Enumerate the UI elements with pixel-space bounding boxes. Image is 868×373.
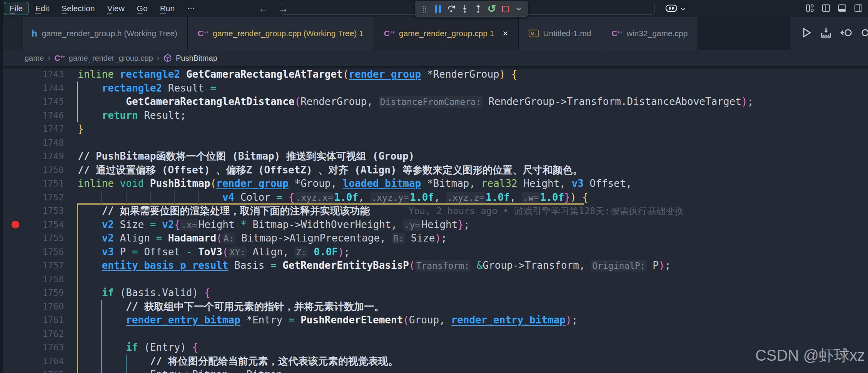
indent-guide: [150, 191, 151, 204]
toggle-panel-button[interactable]: [837, 3, 847, 13]
pause-icon: [435, 5, 441, 13]
more-actions-button[interactable]: [861, 27, 868, 40]
debug-toolbar: ⣿ ↺: [415, 1, 528, 17]
line-number[interactable]: 1749: [0, 150, 78, 163]
customize-layout-button[interactable]: [805, 3, 815, 13]
line-number[interactable]: 1752: [0, 191, 78, 205]
menu-more[interactable]: ⋯: [182, 2, 200, 15]
code-line-content[interactable]: v2 Size = v2{.x=Height * Bitmap->WidthOv…: [78, 218, 470, 232]
cpp-file-icon: C++: [611, 29, 622, 38]
line-number[interactable]: 1762: [0, 327, 78, 341]
line-number[interactable]: 1760: [0, 300, 78, 314]
tab-game-render-group-cpp-working-tree-1[interactable]: C++game_render_group.cpp (Working Tree) …: [188, 17, 374, 50]
code-line-content[interactable]: // 通过设置偏移 (Offset) 、偏移Z (OffsetZ) 、对齐 (A…: [78, 163, 583, 177]
breakpoint-dot[interactable]: [12, 221, 19, 228]
debug-drag-grip[interactable]: ⣿: [419, 3, 430, 15]
code-line-content[interactable]: if (Entry) {: [78, 341, 198, 355]
line-number[interactable]: 1748: [0, 136, 78, 150]
navigate-back-icon[interactable]: ←: [258, 3, 268, 15]
code-lines: 1743inline rectangle2 GetCameraRectangle…: [0, 68, 868, 373]
window-edge: [0, 0, 3, 373]
debug-step-out-button[interactable]: [473, 3, 484, 15]
menu-run[interactable]: Run: [155, 2, 180, 15]
menu-file[interactable]: File: [4, 2, 28, 15]
open-changes-button[interactable]: [840, 27, 853, 40]
copilot-icon: [665, 2, 678, 14]
menu-go[interactable]: Go: [132, 2, 153, 15]
line-number[interactable]: 1761: [0, 313, 78, 327]
code-editor[interactable]: 1743inline rectangle2 GetCameraRectangle…: [0, 66, 868, 373]
line-number[interactable]: 1750: [0, 163, 78, 177]
code-line-content[interactable]: // PushBitmap函数将一个位图 (Bitmap) 推送到实体可视组 (…: [78, 150, 414, 163]
code-line-content[interactable]: v3 P = Offset - ToV3(XY: Align, Z: 0.0F)…: [78, 245, 350, 259]
symbol-cube-icon: [164, 54, 172, 62]
line-number[interactable]: 1765: [0, 368, 78, 373]
chevron-down-icon: [516, 6, 522, 12]
code-line: 1744 rectangle2 Result =: [0, 82, 868, 95]
line-number[interactable]: 1763: [0, 341, 78, 355]
code-line: 1753 // 如果需要位图的渲染处理，取消下面的注释并实现该功能You, 2 …: [0, 204, 868, 218]
code-line: 1750// 通过设置偏移 (Offset) 、偏移Z (OffsetZ) 、对…: [0, 163, 868, 177]
code-line-content[interactable]: v4 Color = {.xyz.x=1.0f, .xyz.y=1.0f, .x…: [78, 191, 588, 205]
code-line-content[interactable]: entity_basis_p_result Basis = GetRenderE…: [78, 259, 671, 273]
line-number[interactable]: 1756: [0, 245, 78, 259]
open-changes-icon: [840, 27, 853, 38]
line-number[interactable]: 1758: [0, 273, 78, 286]
line-number[interactable]: 1746: [0, 109, 78, 123]
debug-pause-button[interactable]: [432, 3, 443, 15]
menu-view[interactable]: View: [102, 2, 130, 15]
debug-stop-button[interactable]: [500, 3, 511, 15]
run-button[interactable]: [801, 27, 812, 40]
code-line-content[interactable]: return Result;: [78, 109, 186, 123]
tab-game-render-group-cpp-1[interactable]: C++game_render_group.cpp 1×: [374, 17, 519, 50]
toggle-secondary-sidebar-button[interactable]: [853, 3, 863, 13]
line-number[interactable]: 1764: [0, 355, 78, 368]
code-line: 1752 v4 Color = {.xyz.x=1.0f, .xyz.y=1.0…: [0, 191, 868, 205]
line-number[interactable]: 1747: [0, 122, 78, 136]
copilot-button[interactable]: [665, 2, 678, 15]
line-number[interactable]: 1757: [0, 259, 78, 273]
code-line-content[interactable]: // 获取组中下一个可用元素的指针，并将元素计数加一。: [78, 300, 384, 314]
debug-step-into-button[interactable]: [459, 3, 470, 15]
menu-selection[interactable]: Selection: [56, 2, 100, 15]
navigate-forward-icon[interactable]: →: [278, 3, 288, 15]
code-line: 1754 v2 Size = v2{.x=Height * Bitmap->Wi…: [0, 218, 868, 232]
line-number[interactable]: 1751: [0, 177, 78, 191]
tab-game-render-group-h-working-tree-[interactable]: hgame_render_group.h (Working Tree): [22, 17, 188, 50]
debug-restart-button[interactable]: ↺: [486, 3, 497, 15]
code-line-content[interactable]: if (Basis.Valid) {: [78, 286, 210, 300]
code-line-content[interactable]: Entry->Bitmap = Bitmap;: [78, 368, 289, 373]
code-line-content[interactable]: render_entry_bitmap *Entry = PushRenderE…: [78, 313, 578, 327]
breadcrumb-folder[interactable]: game: [25, 54, 44, 63]
toggle-primary-sidebar-button[interactable]: [821, 3, 831, 13]
code-line-content[interactable]: inline void PushBitmap(render_group *Gro…: [78, 177, 632, 191]
menu-edit[interactable]: Edit: [30, 2, 55, 15]
line-number[interactable]: 1745: [0, 95, 78, 109]
breadcrumb-separator: ›: [157, 53, 160, 63]
code-line-content[interactable]: }: [78, 122, 84, 136]
line-number[interactable]: 1753: [0, 204, 78, 218]
breadcrumb-symbol[interactable]: PushBitmap: [176, 54, 217, 63]
line-number[interactable]: 1744: [0, 82, 78, 95]
code-line: 1758: [0, 273, 868, 286]
code-line-content[interactable]: rectangle2 Result =: [78, 82, 216, 95]
close-tab-icon[interactable]: ×: [503, 28, 508, 39]
h-file-icon: h: [32, 28, 37, 39]
code-line-content[interactable]: // 如果需要位图的渲染处理，取消下面的注释并实现该功能You, 2 hours…: [78, 204, 684, 218]
tab-label: Untitled-1.md: [543, 29, 591, 38]
layout-sidebar-right-icon: [853, 3, 863, 13]
run-below-button[interactable]: [820, 27, 832, 40]
code-line-content[interactable]: GetCameraRectangleAtDistance(RenderGroup…: [78, 95, 753, 109]
layout-panel-icon: [837, 3, 847, 13]
tab-win32-game-cpp[interactable]: C++win32_game.cpp: [601, 17, 698, 50]
tab-untitled-1-md[interactable]: M↓Untitled-1.md: [519, 17, 602, 50]
debug-toolbar-dropdown[interactable]: [513, 3, 524, 15]
chevron-down-icon[interactable]: [680, 6, 686, 12]
line-number[interactable]: 1755: [0, 231, 78, 245]
title-bar: FileEditSelectionViewGoRun⋯ ← → ⣿ ↺: [0, 0, 868, 17]
code-line-content[interactable]: v2 Align = Hadamard(A: Bitmap->AlignPrec…: [78, 231, 447, 245]
install-box-icon: [820, 27, 832, 38]
line-number[interactable]: 1759: [0, 286, 78, 300]
debug-step-over-button[interactable]: [446, 3, 457, 15]
breadcrumb-file[interactable]: game_render_group.cpp: [69, 54, 153, 63]
